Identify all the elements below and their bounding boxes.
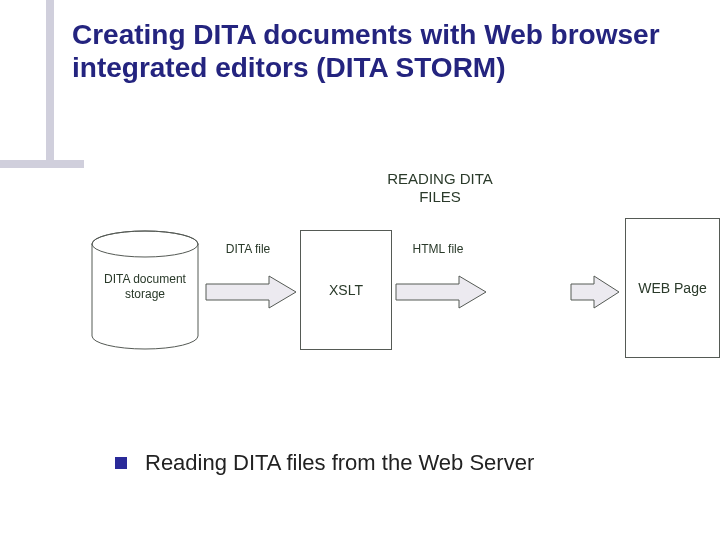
cylinder-storage-label: DITA document storage — [90, 272, 200, 302]
decoration-vertical-bar — [46, 0, 54, 168]
diagram-reading-dita-files: READING DITA FILES DITA document storage… — [70, 170, 680, 380]
arrow1-label: DITA file — [218, 242, 278, 256]
slide: Creating DITA documents with Web browser… — [0, 0, 720, 540]
arrow2-label: HTML file — [403, 242, 473, 256]
cylinder-storage-icon: DITA document storage — [90, 230, 200, 350]
storage-label-line1: DITA document — [104, 272, 186, 286]
arrow-icon — [395, 275, 487, 309]
bullet-square-icon — [115, 457, 127, 469]
decoration-horizontal-bar — [0, 160, 84, 168]
box-xslt-label: XSLT — [329, 282, 363, 298]
diagram-heading-line2: FILES — [419, 188, 461, 205]
bullet-row: Reading DITA files from the Web Server — [115, 450, 534, 476]
arrow-icon — [205, 275, 297, 309]
box-web-page: WEB Page — [625, 218, 720, 358]
bullet-text: Reading DITA files from the Web Server — [145, 450, 534, 476]
box-xslt: XSLT — [300, 230, 392, 350]
diagram-heading: READING DITA FILES — [350, 170, 530, 206]
box-web-page-label: WEB Page — [638, 280, 706, 296]
arrow-icon — [570, 275, 620, 309]
storage-label-line2: storage — [125, 287, 165, 301]
slide-title: Creating DITA documents with Web browser… — [72, 18, 672, 84]
diagram-heading-line1: READING DITA — [387, 170, 493, 187]
